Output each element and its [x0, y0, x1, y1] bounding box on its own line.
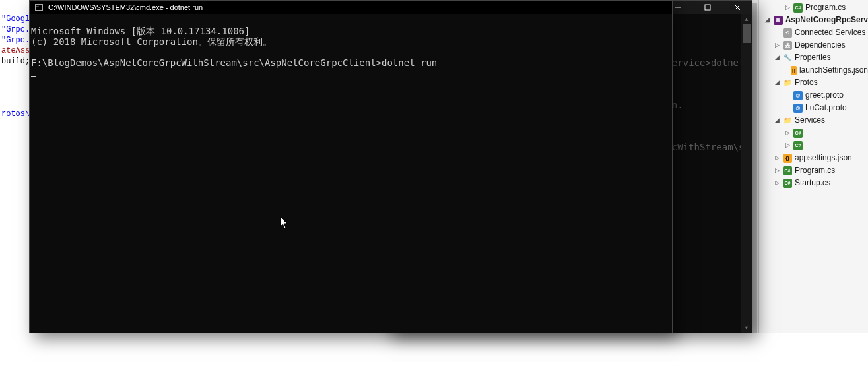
proj-icon: ⌘ — [774, 16, 783, 25]
tree-item-label: Protos — [795, 77, 818, 89]
chevron-right-icon[interactable]: ▷ — [774, 177, 780, 189]
chevron-down-icon[interactable]: ◢ — [774, 51, 780, 64]
chevron-down-icon[interactable]: ◢ — [774, 77, 780, 89]
svg-rect-1 — [705, 5, 710, 10]
text-cursor — [31, 76, 36, 77]
chevron-right-icon[interactable]: ▷ — [784, 127, 791, 139]
tree-item[interactable]: ▷C# — [762, 139, 868, 152]
dep-icon: ⁂ — [783, 41, 792, 50]
tree-item-label: greet.proto — [805, 89, 844, 102]
chevron-right-icon[interactable]: ▷ — [774, 39, 780, 51]
console-window-client[interactable]: C:\WINDOWS\SYSTEM32\cmd.exe - dotnet run… — [29, 0, 673, 333]
titlebar-front[interactable]: C:\WINDOWS\SYSTEM32\cmd.exe - dotnet run — [30, 1, 672, 14]
tree-item-label: Startup.cs — [795, 177, 830, 189]
tree-item[interactable]: ◢📁Services — [762, 114, 868, 127]
tree-item[interactable]: @greet.proto — [762, 89, 868, 102]
title-text-front: C:\WINDOWS\SYSTEM32\cmd.exe - dotnet run — [48, 3, 672, 11]
mouse-cursor-icon — [280, 216, 289, 232]
cs-icon: C# — [783, 179, 792, 188]
tree-item[interactable]: ▷C#Program.cs — [762, 164, 868, 177]
cs-icon: C# — [783, 166, 792, 175]
tree-item[interactable]: ▷C#Startup.cs — [762, 177, 868, 189]
json-icon: {} — [791, 66, 797, 75]
json-icon: {} — [783, 154, 792, 163]
tree-item[interactable]: ◢📁Protos — [762, 77, 868, 89]
chevron-right-icon[interactable]: ▷ — [774, 164, 780, 177]
scroll-track[interactable] — [741, 24, 752, 322]
tree-item[interactable]: {}launchSettings.json — [762, 64, 868, 77]
tree-item-label: Dependencies — [795, 39, 846, 51]
tree-item-label: Program.cs — [795, 164, 835, 177]
tree-item-label: appsettings.json — [795, 152, 852, 164]
tree-item[interactable]: ◢⌘AspNetCoregRpcServ — [762, 14, 868, 26]
maximize-button[interactable] — [692, 1, 722, 14]
folder-icon: 📁 — [783, 116, 792, 125]
tree-item-label: Connected Services — [795, 26, 865, 39]
solution-tree[interactable]: ▷C#Program.cs◢⌘AspNetCoregRpcServ⟲Connec… — [750, 1, 868, 189]
chevron-right-icon[interactable]: ▷ — [784, 1, 791, 14]
tree-item[interactable]: ◢🔧Properties — [762, 51, 868, 64]
console-prompt: F:\BlogDemos\AspNetCoreGrpcWithStream\sr… — [31, 57, 382, 68]
tree-item[interactable]: ▷C# — [762, 127, 868, 139]
tree-item[interactable]: @LuCat.proto — [762, 102, 868, 114]
tree-item[interactable]: ▷C#Program.cs — [762, 1, 868, 14]
chevron-down-icon[interactable]: ◢ — [764, 14, 771, 26]
console-line: Microsoft Windows [版本 10.0.17134.1006] — [31, 26, 250, 36]
console-command: dotnet run — [382, 57, 437, 68]
tree-item-label: Program.cs — [805, 1, 846, 14]
tree-item-label: AspNetCoregRpcServ — [785, 14, 868, 26]
console-scrollbar-back[interactable]: ▲ ▼ — [741, 14, 752, 333]
tree-item-label: Services — [795, 114, 825, 127]
folder-icon: 📁 — [783, 79, 792, 88]
tree-item-label: LuCat.proto — [805, 102, 847, 114]
chevron-down-icon[interactable]: ◢ — [774, 114, 780, 127]
scroll-thumb[interactable] — [743, 24, 751, 43]
tree-item-label: Properties — [795, 51, 831, 64]
scroll-down-icon[interactable]: ▼ — [741, 322, 752, 333]
tree-item[interactable]: ▷⁂Dependencies — [762, 39, 868, 51]
proto-icon: @ — [793, 91, 803, 100]
cs-icon: C# — [793, 141, 803, 150]
scroll-up-icon[interactable]: ▲ — [741, 14, 752, 24]
solution-explorer[interactable]: ▷C#Program.cs◢⌘AspNetCoregRpcServ⟲Connec… — [749, 0, 868, 333]
close-button[interactable] — [722, 1, 752, 14]
console-line: (c) 2018 Microsoft Corporation。保留所有权利。 — [31, 36, 272, 47]
proto-icon: @ — [793, 104, 803, 113]
console-body-front[interactable]: Microsoft Windows [版本 10.0.17134.1006] (… — [30, 14, 672, 333]
chevron-right-icon[interactable]: ▷ — [774, 152, 780, 164]
tree-item-label: launchSettings.json — [799, 64, 868, 77]
cs-icon: C# — [793, 3, 803, 13]
wrench-icon: 🔧 — [783, 53, 792, 63]
cmd-icon — [34, 2, 44, 13]
cs-icon: C# — [793, 129, 803, 138]
ref-icon: ⟲ — [783, 28, 792, 38]
tree-item[interactable]: ▷{}appsettings.json — [762, 152, 868, 164]
chevron-right-icon[interactable]: ▷ — [784, 139, 791, 152]
tree-item[interactable]: ⟲Connected Services — [762, 26, 868, 39]
